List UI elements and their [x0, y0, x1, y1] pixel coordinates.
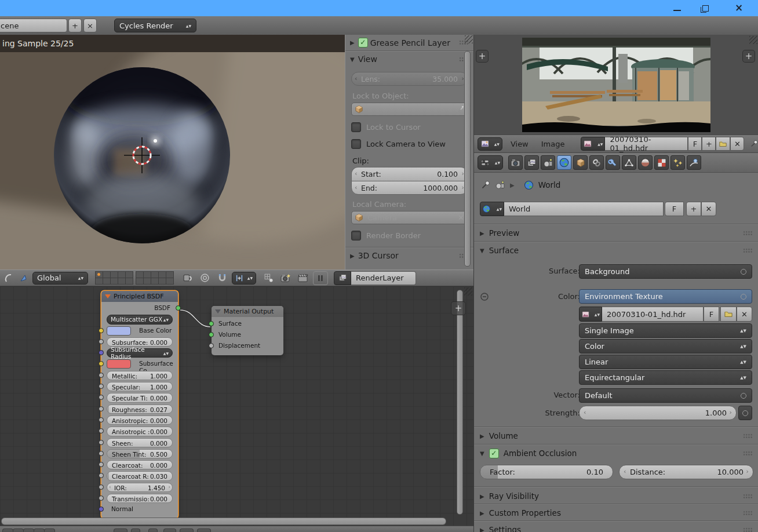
tab-render[interactable] [508, 155, 523, 170]
socket-sheen-tint[interactable] [99, 451, 104, 456]
texture-unlink-button[interactable]: ✕ [737, 307, 752, 322]
node-editor-hscrollbar[interactable] [1, 518, 446, 525]
lock-to-cursor-checkbox[interactable] [351, 122, 361, 132]
layers-grid-2[interactable] [136, 271, 174, 285]
collapse-texture-icon[interactable] [480, 292, 489, 301]
scene-name-field[interactable]: cene [0, 19, 67, 32]
color-swatch[interactable] [107, 359, 131, 369]
world-browse-button[interactable]: ▲▼ [480, 202, 504, 216]
lens-slider[interactable]: ‹ Lens: 35.000 › [351, 72, 468, 86]
manipulator-translate-icon[interactable] [17, 272, 30, 285]
lock-to-scene-icon[interactable] [180, 272, 195, 285]
fake-user-button[interactable]: F [688, 137, 702, 151]
panel-ambient-occlusion[interactable]: ▼ ✓ Ambient Occlusion [474, 446, 758, 461]
pin-icon[interactable] [481, 180, 490, 190]
render-engine-select[interactable]: Cycles Render▲▼ [114, 19, 196, 32]
panel-3d-cursor[interactable]: ▶ 3D Cursor [345, 247, 473, 264]
node-header[interactable]: Principled BSDF [101, 291, 178, 302]
socket-base-color[interactable] [99, 328, 104, 333]
node-input-specular[interactable]: Specular:1.000 [107, 381, 173, 392]
node-input-sheen[interactable]: Sheen:0.000 [107, 438, 173, 449]
vector-select[interactable]: Default [579, 388, 752, 403]
panel-volume[interactable]: ▶Volume [474, 428, 758, 443]
node-header[interactable]: Material Output [212, 306, 283, 317]
transform-orientation-select[interactable]: Global▲▼ [32, 272, 88, 285]
image-source-select[interactable]: Single Image▲▼ [579, 323, 752, 338]
ambient-occlusion-checkbox[interactable]: ✓ [489, 449, 499, 458]
image-editor[interactable]: + + [474, 35, 758, 134]
minimize-button[interactable] [671, 3, 684, 13]
panel-preview[interactable]: ▶Preview [474, 225, 758, 241]
layers-grid-1[interactable] [95, 271, 133, 285]
socket-clearcoat[interactable] [99, 462, 104, 467]
color-space-select[interactable]: Color▲▼ [579, 339, 752, 354]
node-editor-open-region-button[interactable]: + [451, 301, 466, 315]
panel-surface[interactable]: ▼Surface [474, 243, 758, 258]
node-output-bsdf[interactable]: BSDF [107, 303, 173, 314]
panel-custom-properties[interactable]: ▶Custom Properties [474, 505, 758, 520]
lock-to-cursor-row[interactable]: Lock to Cursor [345, 122, 473, 132]
local-camera-field[interactable]: Camera ✕ [351, 211, 468, 224]
node-input-anisotropic[interactable]: Anisotropic:0.000 [107, 415, 173, 426]
socket-subsurface-co[interactable] [99, 361, 104, 366]
snap-magnet-icon[interactable] [214, 272, 229, 285]
socket-anisotropic[interactable] [99, 417, 104, 422]
tab-world[interactable] [557, 155, 571, 170]
image-editor-open-region-left[interactable]: + [476, 50, 489, 63]
panel-grease-pencil[interactable]: ▶ ✓ Grease Pencil Layer [345, 35, 473, 50]
lock-object-field[interactable] [351, 103, 468, 116]
panel-settings[interactable]: ▶Settings [474, 522, 758, 532]
node-input-subsurface-co[interactable]: Subsurface Co... [107, 359, 173, 370]
socket-metallic[interactable] [99, 373, 104, 378]
add-scene-button[interactable]: + [68, 19, 82, 32]
clip-end-field[interactable]: ‹ End: 1000.000 › [351, 181, 468, 195]
opengl-render-icon[interactable] [278, 272, 293, 285]
socket-transmissio[interactable] [99, 495, 104, 501]
strength-slider[interactable]: ‹ 1.000 › [579, 406, 737, 420]
socket-anisotropic[interactable] [99, 428, 104, 433]
region-resize-grip[interactable] [749, 36, 757, 44]
editor-type-select[interactable]: ▲▼ [478, 155, 503, 170]
pin-icon[interactable] [750, 139, 758, 148]
unlink-image-button[interactable]: ✕ [730, 137, 744, 151]
tab-modifiers[interactable] [606, 155, 620, 170]
ao-distance-field[interactable]: ‹ Distance: 10.000 › [619, 465, 753, 479]
socket-ior[interactable] [99, 484, 104, 490]
tab-render-layers[interactable] [524, 155, 539, 170]
node-input-subsurface-radius[interactable]: Subsurface Radius▲▼ [107, 348, 173, 359]
node-input-ior[interactable]: IOR:1.450‹› [107, 482, 173, 493]
node-input-base-color[interactable]: Base Color [107, 326, 173, 337]
node-collapse-icon[interactable] [215, 309, 221, 314]
texture-image-name-field[interactable]: 20070310-01_hd.hdr [602, 307, 704, 322]
viewport-3d[interactable]: ing Sample 25/25 [0, 35, 345, 269]
open-image-button[interactable] [716, 137, 730, 151]
image-name-field[interactable]: 20070310-01_hd.hdr [605, 137, 688, 151]
socket-surface[interactable] [209, 321, 214, 326]
ao-factor-slider[interactable]: Factor: 0.10 [480, 465, 613, 479]
new-world-button[interactable]: + [686, 202, 701, 216]
socket-sheen[interactable] [99, 440, 104, 445]
node-material-output[interactable]: Material Output SurfaceVolumeDisplacemen… [212, 306, 283, 355]
npanel-scrollbar[interactable] [464, 51, 471, 267]
editor-type-select[interactable]: ▲▼ [478, 137, 502, 151]
snap-element-select[interactable]: ▲▼ [232, 272, 256, 285]
node-input-metallic[interactable]: Metallic:1.000 [107, 370, 173, 381]
restore-button[interactable] [699, 3, 712, 13]
render-layer-select[interactable]: RenderLayer [334, 271, 416, 285]
socket-specular[interactable] [99, 384, 104, 389]
delete-scene-button[interactable]: × [83, 19, 97, 32]
node-input-displacement[interactable]: Displacement [218, 341, 276, 352]
socket-volume[interactable] [209, 332, 214, 337]
world-name-field[interactable]: World [504, 202, 664, 216]
socket-specular-ti[interactable] [99, 395, 104, 400]
socket-subsurface-radius[interactable] [99, 350, 104, 355]
color-texture-select[interactable]: Environment Texture [579, 289, 752, 304]
projection-select[interactable]: Equirectangular▲▼ [579, 370, 752, 385]
world-fake-user-button[interactable]: F [665, 202, 684, 216]
tab-object-data[interactable] [622, 155, 636, 170]
region-resize-grip[interactable] [464, 287, 472, 296]
menu-view[interactable]: View [506, 140, 533, 148]
clear-icon[interactable]: ✕ [458, 213, 464, 222]
proportional-edit-icon[interactable] [197, 272, 212, 285]
manipulator-rotate-icon[interactable] [2, 272, 15, 285]
